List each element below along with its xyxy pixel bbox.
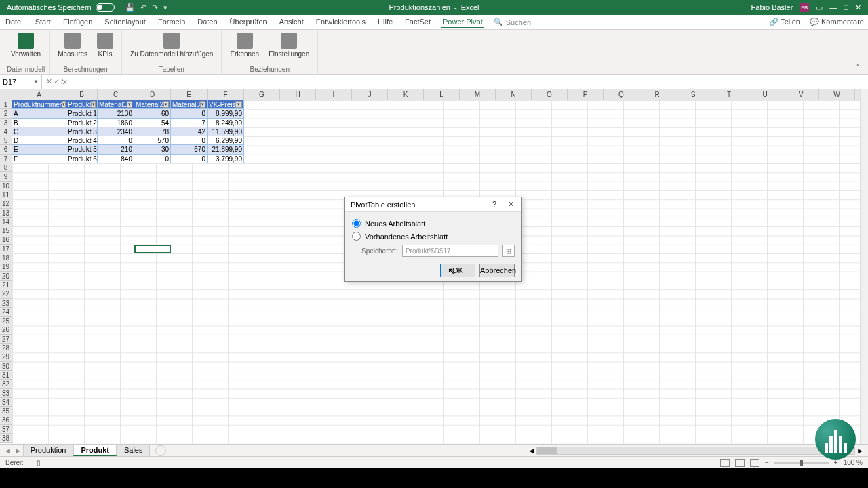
- ribbon-btn-zu-datenmodell-hinzufügen[interactable]: Zu Datenmodell hinzufügen: [126, 31, 217, 59]
- cancel-button[interactable]: Abbrechen: [479, 264, 515, 277]
- tell-me-search[interactable]: 🔍 Suchen: [494, 18, 531, 26]
- col-header-L[interactable]: L: [424, 89, 460, 100]
- ribbon-btn-einstellungen[interactable]: Einstellungen: [264, 31, 313, 59]
- table-cell[interactable]: F: [12, 155, 66, 163]
- table-header[interactable]: Material1▾: [98, 100, 134, 109]
- table-cell[interactable]: 8.249,90: [208, 119, 244, 127]
- cancel-formula-icon[interactable]: ✕: [46, 77, 52, 86]
- ok-button[interactable]: OK: [440, 264, 475, 277]
- table-row[interactable]: AProdukt 121306008.999,90: [12, 109, 244, 118]
- row-header-29[interactable]: 29: [0, 352, 12, 361]
- row-header-16[interactable]: 16: [0, 235, 12, 244]
- scroll-left-icon[interactable]: ◄: [528, 447, 535, 455]
- menu-tab-überprüfen[interactable]: Überprüfen: [229, 16, 269, 28]
- table-header[interactable]: Material2▾: [134, 100, 171, 109]
- row-header-35[interactable]: 35: [0, 407, 12, 415]
- table-cell[interactable]: 78: [134, 127, 171, 136]
- row-header-38[interactable]: 38: [0, 434, 12, 443]
- menu-tab-power pivot[interactable]: Power Pivot: [441, 16, 484, 28]
- zoom-slider[interactable]: [774, 462, 829, 464]
- col-header-O[interactable]: O: [532, 89, 568, 100]
- table-cell[interactable]: 7: [171, 119, 208, 127]
- vertical-scrollbar[interactable]: [860, 89, 868, 444]
- menu-tab-seitenlayout[interactable]: Seitenlayout: [103, 16, 147, 28]
- table-cell[interactable]: 0: [171, 155, 208, 163]
- name-box[interactable]: D17 ▼: [0, 75, 42, 89]
- row-header-27[interactable]: 27: [0, 335, 12, 344]
- row-header-23[interactable]: 23: [0, 299, 12, 308]
- maximize-icon[interactable]: □: [844, 3, 848, 12]
- row-header-20[interactable]: 20: [0, 272, 12, 281]
- table-cell[interactable]: 21.899,90: [208, 145, 244, 154]
- row-header-4[interactable]: 4: [0, 127, 12, 136]
- table-cell[interactable]: A: [12, 109, 66, 118]
- normal-view-icon[interactable]: [720, 459, 730, 467]
- select-all-corner[interactable]: [0, 89, 12, 100]
- row-header-2[interactable]: 2: [0, 109, 12, 118]
- table-cell[interactable]: 570: [134, 136, 171, 145]
- table-cell[interactable]: 42: [171, 127, 208, 136]
- table-cell[interactable]: 670: [171, 145, 208, 154]
- ribbon-mode-icon[interactable]: ▭: [816, 3, 823, 12]
- chevron-down-icon[interactable]: ▼: [33, 79, 39, 85]
- col-header-I[interactable]: I: [316, 89, 352, 100]
- row-header-36[interactable]: 36: [0, 415, 12, 424]
- macro-record-icon[interactable]: ▯: [37, 459, 41, 466]
- row-header-13[interactable]: 13: [0, 209, 12, 218]
- horizontal-scrollbar[interactable]: ◄ ►: [528, 447, 864, 455]
- table-header[interactable]: Material3▾: [171, 100, 208, 109]
- row-header-22[interactable]: 22: [0, 289, 12, 298]
- sheet-nav-next-icon[interactable]: ►: [14, 447, 22, 455]
- row-header-37[interactable]: 37: [0, 425, 12, 434]
- col-header-J[interactable]: J: [352, 89, 388, 100]
- col-header-A[interactable]: A: [12, 89, 66, 100]
- location-input[interactable]: [402, 245, 498, 257]
- sheet-tab-produkt[interactable]: Produkt: [73, 445, 117, 456]
- row-header-18[interactable]: 18: [0, 253, 12, 262]
- col-header-U[interactable]: U: [747, 89, 783, 100]
- row-header-15[interactable]: 15: [0, 226, 12, 235]
- zoom-level[interactable]: 100 %: [844, 459, 863, 466]
- table-cell[interactable]: E: [12, 145, 66, 154]
- row-header-11[interactable]: 11: [0, 190, 12, 199]
- row-header-31[interactable]: 31: [0, 371, 12, 380]
- table-cell[interactable]: 11.599,90: [208, 127, 244, 136]
- row-header-21[interactable]: 21: [0, 281, 12, 289]
- page-layout-view-icon[interactable]: [735, 459, 745, 467]
- new-worksheet-option[interactable]: Neues Arbeitsblatt: [352, 219, 515, 228]
- dialog-titlebar[interactable]: PivotTable erstellen ? ✕: [345, 197, 521, 212]
- new-worksheet-radio[interactable]: [352, 219, 361, 228]
- toggle-switch[interactable]: [96, 3, 115, 12]
- table-cell[interactable]: C: [12, 127, 66, 136]
- save-icon[interactable]: 💾: [125, 3, 135, 12]
- table-cell[interactable]: 2340: [98, 127, 134, 136]
- row-header-7[interactable]: 7: [0, 155, 12, 163]
- col-header-W[interactable]: W: [819, 89, 855, 100]
- filter-icon[interactable]: ▾: [200, 101, 205, 108]
- scroll-right-icon[interactable]: ►: [856, 447, 864, 455]
- menu-tab-start[interactable]: Start: [34, 16, 52, 28]
- fx-icon[interactable]: fx: [61, 77, 67, 86]
- table-cell[interactable]: 54: [134, 119, 171, 127]
- table-cell[interactable]: Produkt 1: [66, 109, 98, 118]
- col-header-P[interactable]: P: [568, 89, 604, 100]
- row-header-9[interactable]: 9: [0, 172, 12, 181]
- row-header-6[interactable]: 6: [0, 145, 12, 154]
- sheet-tab-sales[interactable]: Sales: [117, 445, 151, 456]
- menu-tab-hilfe[interactable]: Hilfe: [376, 16, 394, 28]
- menu-tab-ansicht[interactable]: Ansicht: [278, 16, 305, 28]
- filter-icon[interactable]: ▾: [91, 101, 96, 108]
- table-row[interactable]: EProdukt 52103067021.899,90: [12, 145, 244, 154]
- row-header-34[interactable]: 34: [0, 398, 12, 407]
- col-header-D[interactable]: D: [134, 89, 171, 100]
- dialog-close-icon[interactable]: ✕: [505, 200, 516, 209]
- col-header-T[interactable]: T: [711, 89, 747, 100]
- redo-icon[interactable]: ↷: [152, 3, 158, 12]
- formula-input[interactable]: [71, 75, 868, 89]
- sheet-nav-prev-icon[interactable]: ◄: [4, 447, 12, 455]
- row-header-25[interactable]: 25: [0, 317, 12, 325]
- table-cell[interactable]: Produkt 2: [66, 119, 98, 127]
- col-header-E[interactable]: E: [171, 89, 208, 100]
- row-header-19[interactable]: 19: [0, 262, 12, 271]
- col-header-V[interactable]: V: [783, 89, 819, 100]
